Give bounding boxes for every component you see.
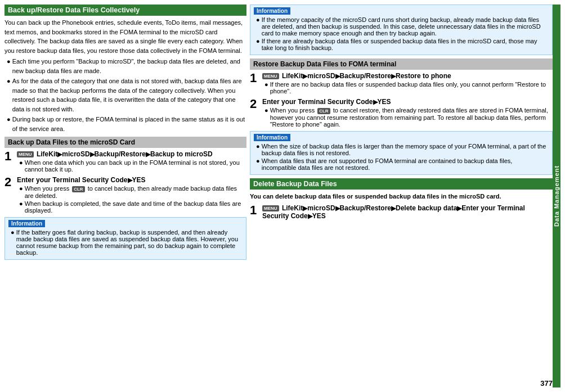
main-intro-text: You can back up the Phonebook entries, s… — [5, 19, 243, 54]
backup-info-box: Information ● If the battery goes flat d… — [5, 217, 246, 260]
main-intro: You can back up the Phonebook entries, s… — [5, 18, 246, 133]
backup-step2-bullet-2: ● When backup is completed, the save dat… — [17, 200, 246, 214]
main-bullet-1: ● Each time you perform "Backup to micro… — [5, 57, 246, 75]
restore-section-header: Restore Backup Data Files to FOMA termin… — [250, 58, 553, 70]
backup-step1-title: MENU LifeKit▶microSD▶Backup/Restore▶Back… — [17, 150, 246, 158]
restore-info-bullet-2: ● When data files that are not supported… — [254, 157, 549, 171]
top-info-header: Information — [254, 7, 290, 15]
menu-icon-3: MENU — [262, 205, 279, 211]
top-info-bullet-2: ● If there are already backup data files… — [254, 38, 549, 51]
delete-section-header: Delete Backup Data Files — [250, 178, 553, 190]
restore-step1-title: MENU LifeKit▶microSD▶Backup/Restore▶Rest… — [262, 72, 553, 80]
main-bullet-3: ● During back up or restore, the FOMA te… — [5, 115, 246, 133]
restore-step-1: 1 MENU LifeKit▶microSD▶Backup/Restore▶Re… — [250, 72, 553, 96]
backup-step-2: 2 Enter your Terminal Security Code▶YES … — [5, 176, 246, 215]
backup-step-1: 1 MENU LifeKit▶microSD▶Backup/Restore▶Ba… — [5, 150, 246, 174]
restore-step2-title: Enter your Terminal Security Code▶YES — [262, 98, 553, 106]
backup-step2-bullet-1: ● When you press CLR to cancel backup, t… — [17, 185, 246, 199]
menu-icon-2: MENU — [262, 73, 279, 79]
backup-info-bullet: ● If the battery goes flat during backup… — [8, 229, 243, 256]
backup-section-header: Back up Data Files to the microSD Card — [5, 137, 246, 148]
restore-step-2: 2 Enter your Terminal Security Code▶YES … — [250, 98, 553, 129]
restore-info-box: Information ● When the size of backup da… — [250, 131, 553, 175]
sidebar: Data Management — [553, 4, 560, 388]
delete-intro: You can delete backup data files or susp… — [250, 192, 553, 201]
restore-step1-bullet: ● If there are no backup data files or s… — [262, 81, 553, 94]
delete-step1-title: MENU LifeKit▶microSD▶Backup/Restore▶Dele… — [262, 204, 553, 220]
backup-step1-bullet: ● When one data which you can back up in… — [17, 159, 246, 173]
menu-icon-1: MENU — [17, 151, 34, 157]
clr-icon-2: CLR — [317, 108, 330, 114]
top-info-bullet-1: ● If the memory capacity of the microSD … — [254, 16, 549, 37]
restore-step2-bullet: ● When you press CLR to cancel restore, … — [262, 107, 553, 128]
top-info-box: Information ● If the memory capacity of … — [250, 4, 553, 55]
sidebar-label: Data Management — [553, 165, 560, 227]
clr-icon-1: CLR — [72, 186, 84, 192]
page-number: 377 — [540, 379, 553, 388]
restore-info-header: Information — [254, 134, 290, 141]
main-bullet-2: ● As for the data of the category that o… — [5, 76, 246, 114]
restore-info-bullet-1: ● When the size of backup data files is … — [254, 143, 549, 156]
backup-info-header: Information — [8, 220, 45, 227]
delete-step-1: 1 MENU LifeKit▶microSD▶Backup/Restore▶De… — [250, 204, 553, 221]
backup-step2-title: Enter your Terminal Security Code▶YES — [17, 176, 246, 184]
main-section-header: Back up/Restore Data Files Collectively — [5, 4, 246, 16]
